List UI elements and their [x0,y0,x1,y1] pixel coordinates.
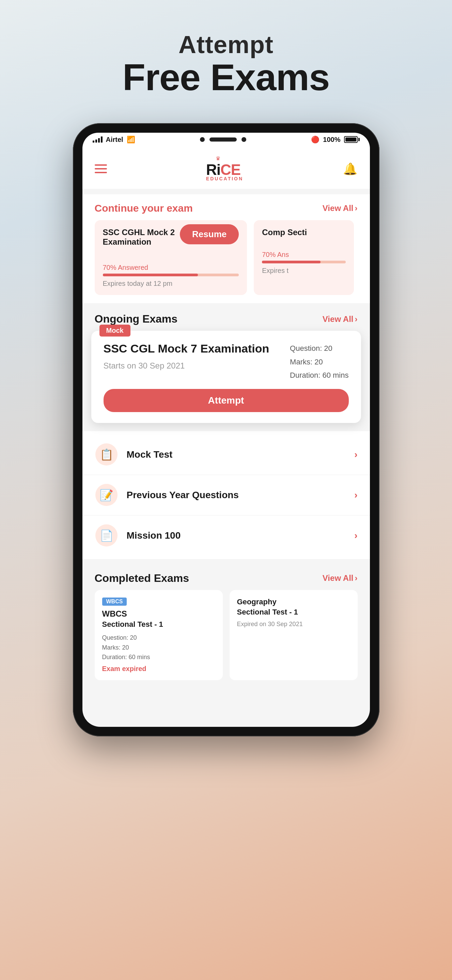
progress-bar-2-fill [262,261,321,263]
mock-test-label: Mock Test [127,449,173,460]
logo-crown-icon: ♛ [216,156,220,161]
page-header: Attempt Free Exams [123,30,330,96]
continue-view-all[interactable]: View All › [323,204,358,213]
completed-duration: Duration: 60 mins [102,652,215,662]
continue-card-2: Comp Secti 70% Ans Expires t [254,220,353,295]
free-exams-label: Free Exams [123,59,330,96]
continue-card-2-progress: 70% Ans [262,251,345,259]
category-mission-100[interactable]: 📄 Mission 100 › [82,515,370,556]
mock-test-icon-img: 📋 [95,443,118,466]
status-left: Airtel 📶 [93,135,135,143]
expires-text: Expires today at 12 pm [103,280,239,288]
exam-card-right: Question: 20 Marks: 20 Duration: 60 mins [290,342,348,382]
progress-bar-2-bg [262,261,345,263]
category-previous-year[interactable]: 📝 Previous Year Questions › [82,475,370,515]
continue-exam-section: Continue your exam View All › SSC CGHL M… [82,194,370,303]
exam-marks: Marks: 20 [290,355,348,369]
attempt-label: Attempt [123,30,330,59]
mission-chevron-icon: › [354,530,357,541]
exam-expired-label: Exam expired [102,665,215,673]
continue-cards-row: SSC CGHL Mock 2 Examination Resume 70% A… [95,220,358,295]
completed-question: Question: 20 [102,633,215,643]
exam-card-left: SSC CGL Mock 7 Examination Starts on 30 … [104,342,290,371]
resume-button[interactable]: Resume [180,224,239,244]
camera-dot-right [241,137,246,142]
notification-bell-icon[interactable]: 🔔 [343,161,358,176]
category-left-mock: 📋 Mock Test [95,443,173,466]
app-header: ♛ RiCE EDUCATION 🔔 [82,148,370,189]
pyq-icon: 📝 [95,483,118,507]
completed-view-all[interactable]: View All › [323,573,358,583]
categories-section: 📋 Mock Test › 📝 Previous Year Questions … [82,431,370,559]
status-bar: Airtel 📶 🔴 100% [82,133,370,148]
pyq-label: Previous Year Questions [127,490,239,501]
exam-meta: Question: 20 Marks: 20 Duration: 60 mins [290,342,348,382]
category-left-mission: 📄 Mission 100 [95,524,181,547]
completed-card-1-subtitle: Sectional Test - 1 [102,620,215,629]
exam-starts: Starts on 30 Sep 2021 [104,361,290,371]
hamburger-line-1 [95,164,107,166]
continue-card-2-title: Comp Secti [262,228,345,237]
mock-badge: Mock [99,325,131,337]
bluetooth-icon: 🔴 [311,135,319,143]
signal-icon [93,137,102,143]
notch-center [200,137,246,142]
exam-card-content: SSC CGL Mock 7 Examination Starts on 30 … [104,342,349,382]
status-right: 🔴 100% [311,135,359,143]
ongoing-header: Ongoing Exams View All › [95,313,358,325]
ongoing-view-all[interactable]: View All › [323,314,358,324]
progress-bar-fill [103,274,198,276]
wifi-icon: 📶 [127,135,135,143]
continue-card-2-expires: Expires t [262,267,345,275]
hamburger-menu[interactable] [95,164,107,173]
speaker-grille [209,137,237,142]
exam-question: Question: 20 [290,342,348,355]
camera-dot-left [200,137,205,142]
ongoing-section: Ongoing Exams View All › Mock SSC CGL Mo… [82,303,370,423]
continue-title: Continue your exam [95,202,193,214]
pyq-chevron-icon: › [354,490,357,501]
battery-percent: 100% [323,136,340,143]
hamburger-line-3 [95,172,107,173]
completed-title: Completed Exams [95,572,189,585]
completed-cards-row: WBCS WBCS Sectional Test - 1 Question: 2… [95,590,358,680]
pyq-icon-img: 📝 [95,484,118,506]
completed-card-2-expired: Expired on 30 Sep 2021 [237,620,350,628]
completed-header: Completed Exams View All › [95,572,358,585]
mock-test-chevron-icon: › [354,449,357,460]
completed-card-2: Geography Sectional Test - 1 Expired on … [230,590,358,680]
progress-bar-bg [103,274,239,276]
continue-card-1-title: SSC CGHL Mock 2 Examination [103,228,178,247]
carrier-label: Airtel [106,136,123,143]
ongoing-chevron-icon: › [355,314,358,324]
completed-card-1: WBCS WBCS Sectional Test - 1 Question: 2… [95,590,223,680]
wbcs-badge: WBCS [102,598,127,606]
completed-marks: Marks: 20 [102,643,215,653]
completed-card-2-subtitle: Sectional Test - 1 [237,608,350,617]
completed-card-2-title: Geography [237,598,350,606]
app-screen: ♛ RiCE EDUCATION 🔔 Continue your exam Vi… [82,148,370,727]
ongoing-title: Ongoing Exams [95,313,178,325]
logo: ♛ RiCE EDUCATION [206,156,243,181]
completed-card-1-meta: Question: 20 Marks: 20 Duration: 60 mins [102,633,215,662]
phone-frame: Airtel 📶 🔴 100% [73,123,379,737]
mission-label: Mission 100 [127,530,181,541]
continue-header: Continue your exam View All › [95,202,358,214]
attempt-button[interactable]: Attempt [104,389,349,412]
category-mock-test[interactable]: 📋 Mock Test › [82,434,370,475]
logo-education-text: EDUCATION [206,176,243,181]
mission-icon: 📄 [95,524,118,547]
completed-chevron-icon: › [355,573,358,583]
exam-duration: Duration: 60 mins [290,369,348,382]
mission-icon-img: 📄 [95,524,118,546]
logo-rice-text: RiCE [206,162,243,177]
completed-section: Completed Exams View All › WBCS WBCS Sec… [82,563,370,680]
continue-card-1: SSC CGHL Mock 2 Examination Resume 70% A… [95,220,247,295]
mock-test-icon: 📋 [95,443,118,466]
category-left-pyq: 📝 Previous Year Questions [95,483,239,507]
battery-icon [344,136,360,143]
progress-label: 70% Answered [103,264,239,272]
ongoing-exam-card: Mock SSC CGL Mock 7 Examination Starts o… [91,331,361,423]
exam-title: SSC CGL Mock 7 Examination [104,342,290,356]
completed-card-1-title: WBCS [102,609,215,619]
